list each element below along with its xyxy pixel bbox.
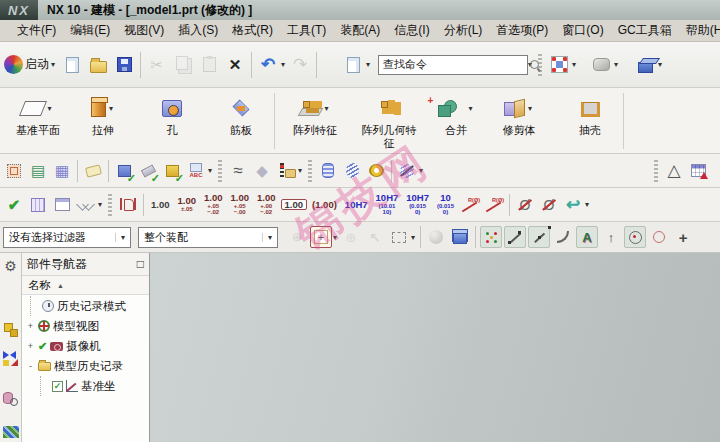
coil-button[interactable] <box>364 159 388 183</box>
body-check-button[interactable]: ✓ <box>160 159 184 183</box>
menu-insert[interactable]: 插入(S) <box>171 20 225 41</box>
spring-cylinder-button[interactable] <box>316 159 340 183</box>
new-window-button[interactable] <box>340 52 366 78</box>
highlight-button[interactable]: ⊕ <box>286 226 308 248</box>
surface-button[interactable]: ◆ <box>250 159 274 183</box>
part-family-button[interactable] <box>26 193 50 217</box>
show-and-hide-button[interactable] <box>2 159 26 183</box>
cut-button[interactable]: ✂ <box>144 52 170 78</box>
snap-end-point-button[interactable] <box>504 226 526 248</box>
fit-style-10h7-tol[interactable]: 10H7(0.0150) <box>403 193 432 216</box>
fit-style-10h7-limits[interactable]: 10H7(10.0110) <box>373 193 402 216</box>
fit-style-10-tol[interactable]: 10(0.0150) <box>434 193 457 216</box>
spring-button[interactable] <box>340 159 364 183</box>
ribbon-pattern-geometry[interactable]: 阵列几何特征 <box>354 91 424 149</box>
shaded-view-dropdown[interactable]: ▾ <box>658 60 662 69</box>
ribbon-extrude[interactable]: ▾ 拉伸 <box>77 91 129 137</box>
menu-analysis[interactable]: 分析(L) <box>437 20 490 41</box>
tol-style-nominal[interactable]: 1.00 <box>148 200 173 210</box>
tol-style-boxed[interactable]: 1.00 <box>281 199 308 211</box>
spline-button[interactable]: ≈ <box>226 159 250 183</box>
expander[interactable]: - <box>26 361 35 371</box>
rectangle-select-button[interactable] <box>388 226 410 248</box>
deselect-button[interactable]: ↖ <box>364 226 386 248</box>
tree-item-model-views[interactable]: + 模型视图 <box>22 316 149 336</box>
tol-style-upper[interactable]: 1.00+.05−.00 <box>228 193 253 216</box>
triangle-tool-button[interactable]: △ <box>662 159 686 183</box>
snap-point-cluster-button[interactable] <box>480 226 502 248</box>
examine-geometry-button[interactable]: ✓ <box>112 159 136 183</box>
assembly-navigator-tab[interactable] <box>2 321 20 339</box>
tree-item-datum-csys[interactable]: ✓ 基准坐 <box>22 376 149 396</box>
annotation-tag-button[interactable] <box>81 159 105 183</box>
shaded-view-button[interactable] <box>632 52 658 78</box>
expander[interactable]: + <box>26 321 35 331</box>
paste-button[interactable] <box>196 52 222 78</box>
menu-preferences[interactable]: 首选项(P) <box>489 20 555 41</box>
ribbon-trim-body[interactable]: ▾ 修剪体 <box>493 91 545 137</box>
toolbar-grip[interactable] <box>308 160 312 182</box>
step-list-button[interactable] <box>274 159 298 183</box>
copy-button[interactable] <box>170 52 196 78</box>
navigator-settings-button[interactable]: ⚙ <box>2 257 20 275</box>
menu-assemblies[interactable]: 装配(A) <box>333 20 387 41</box>
crossed-spring-button[interactable] <box>395 159 419 183</box>
selection-scope-combo[interactable]: 整个装配 ▾ <box>138 227 278 248</box>
radius-dim-alt-button[interactable]: R(Ø) <box>482 193 506 217</box>
new-window-dropdown[interactable]: ▾ <box>366 60 370 69</box>
magnify-dropdown[interactable]: ▾ <box>333 233 337 242</box>
tolerance-table-button[interactable] <box>686 159 710 183</box>
menu-edit[interactable]: 编辑(E) <box>63 20 117 41</box>
fit-view-dropdown[interactable]: ▾ <box>572 60 576 69</box>
layer-list-button[interactable]: ▦ <box>50 159 74 183</box>
magnify-region-button[interactable] <box>310 226 332 248</box>
sections-dropdown[interactable]: ▾ <box>98 200 102 209</box>
menu-file[interactable]: 文件(F) <box>10 20 63 41</box>
delete-button[interactable]: ✕ <box>222 52 248 78</box>
snap-plus-button[interactable]: ⊕ <box>340 226 362 248</box>
sections-button[interactable] <box>74 193 98 217</box>
snap-mid-point-button[interactable] <box>528 226 550 248</box>
start-button[interactable]: 启动 ▾ <box>2 51 59 79</box>
fit-style-10h7[interactable]: 10H7 <box>342 200 371 210</box>
constraint-navigator-tab[interactable] <box>2 349 20 367</box>
approve-button[interactable]: ✔ <box>2 193 26 217</box>
radius-dim-button[interactable]: R(Ø) <box>458 193 482 217</box>
expander[interactable]: + <box>26 341 35 351</box>
ribbon-rib[interactable]: 筋板 <box>215 91 267 137</box>
open-button[interactable] <box>85 52 111 78</box>
menu-window[interactable]: 窗口(O) <box>555 20 610 41</box>
spreadsheet-button[interactable] <box>50 193 74 217</box>
ribbon-pattern-feature[interactable]: ▾ 阵列特征 <box>282 91 348 137</box>
menu-information[interactable]: 信息(I) <box>387 20 436 41</box>
ribbon-shell[interactable]: 抽壳 <box>564 91 616 137</box>
column-header-name[interactable]: 名称 ▲ <box>22 276 149 295</box>
tree-item-history-mode[interactable]: 历史记录模式 <box>22 296 149 316</box>
snap-pole-button[interactable]: ↑ <box>600 226 622 248</box>
ribbon-hole[interactable]: 孔 <box>146 91 198 137</box>
toolbar-grip[interactable] <box>108 194 112 216</box>
tol-style-bilateral[interactable]: 1.00+.05−.02 <box>201 193 226 216</box>
new-file-button[interactable] <box>59 52 85 78</box>
menu-gc-toolbox[interactable]: GC工具箱 <box>611 20 679 41</box>
graphics-area[interactable] <box>150 253 720 442</box>
crossed-spring-dropdown[interactable]: ▾ <box>419 166 423 175</box>
undo-dropdown[interactable]: ▾ <box>281 60 285 69</box>
render-style-dropdown[interactable]: ▾ <box>614 60 618 69</box>
checkbox[interactable]: ✓ <box>52 381 63 392</box>
command-search-input[interactable] <box>379 59 529 71</box>
tree-item-cameras[interactable]: + ✔ 摄像机 <box>22 336 149 356</box>
menu-view[interactable]: 视图(V) <box>117 20 171 41</box>
rectangle-select-dropdown[interactable]: ▾ <box>411 233 415 242</box>
snap-point-on-curve-button[interactable] <box>552 226 574 248</box>
snap-intersection-button[interactable]: A <box>576 226 598 248</box>
toolbar-grip[interactable] <box>218 160 222 182</box>
selection-filter-combo[interactable]: 没有选择过滤器 ▾ <box>3 227 131 248</box>
undo-button[interactable]: ↶ <box>255 52 281 78</box>
edit-text-dropdown[interactable]: ▾ <box>208 166 212 175</box>
step-list-dropdown[interactable]: ▾ <box>298 166 302 175</box>
tol-style-lower[interactable]: 1.00+.00−.02 <box>254 193 279 216</box>
work-section-button[interactable] <box>449 226 471 248</box>
snap-point-button[interactable]: + <box>672 226 694 248</box>
tol-style-symmetric[interactable]: 1.00±.05 <box>175 196 200 212</box>
